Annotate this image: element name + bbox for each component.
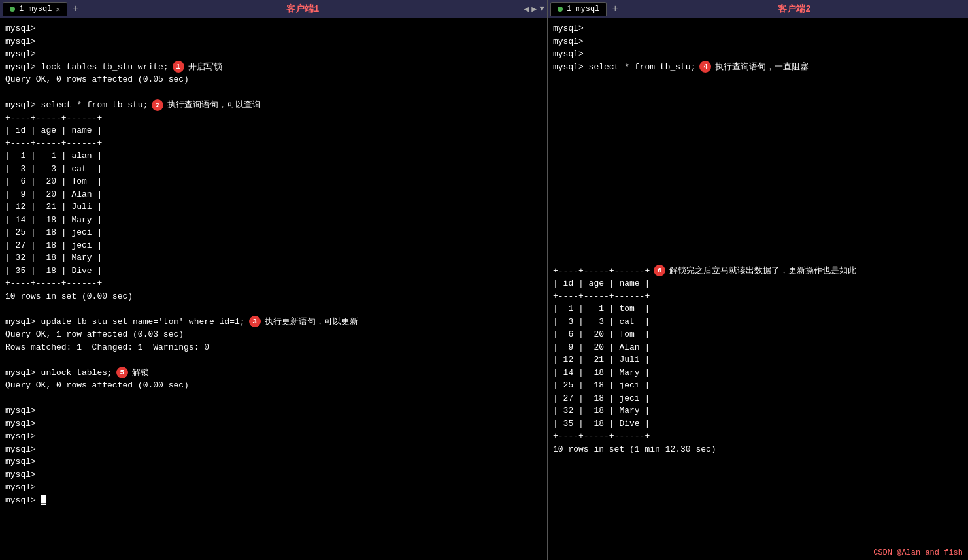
terminal-line: mysql> bbox=[5, 48, 542, 61]
panel-right: 1 mysql + 客户端2 mysql>mysql>mysql>mysql> … bbox=[548, 0, 968, 560]
command-text: mysql> lock tables tb_stu write; bbox=[5, 61, 169, 74]
terminal-line: +----+-----+------+6解锁完之后立马就读出数据了，更新操作也是… bbox=[553, 265, 963, 278]
panel-left: 1 mysql ✕ + 客户端1 ◀ ▶ ▼ mysql>mysql>mysql… bbox=[0, 0, 548, 560]
step-note: 执行查询语句，可以查询 bbox=[167, 99, 261, 112]
left-nav-menu[interactable]: ▼ bbox=[539, 4, 544, 14]
command-text: mysql> select * from tb_stu; bbox=[553, 61, 695, 74]
step-note: 解锁完之后立马就读出数据了，更新操作也是如此 bbox=[669, 265, 856, 278]
credit-text: CSDN @Alan and fish bbox=[873, 548, 963, 557]
left-panel-title: 客户端1 bbox=[84, 3, 522, 15]
terminal-line bbox=[553, 86, 963, 99]
step-note: 执行更新语句，可以更新 bbox=[265, 316, 358, 329]
left-tab-label: 1 mysql bbox=[19, 5, 52, 14]
terminal-line: mysql> bbox=[5, 404, 542, 418]
terminal-line: +----+-----+------+ bbox=[5, 112, 542, 125]
terminal-line bbox=[553, 239, 963, 252]
terminal-line: | 32 | 18 | Mary | bbox=[553, 404, 963, 418]
right-tab-dot-icon bbox=[558, 7, 563, 12]
table-border: +----+-----+------+ bbox=[553, 265, 650, 278]
terminal-line: | 35 | 18 | Dive | bbox=[553, 418, 963, 431]
step-badge: 4 bbox=[699, 61, 711, 73]
terminal-line bbox=[5, 86, 542, 99]
terminal-line: +----+-----+------+ bbox=[553, 290, 963, 303]
left-nav-prev[interactable]: ◀ bbox=[524, 4, 529, 14]
terminal-line bbox=[553, 124, 963, 137]
terminal-line bbox=[553, 73, 963, 86]
step-badge: 3 bbox=[249, 316, 261, 327]
terminal-line: | 25 | 18 | jeci | bbox=[5, 226, 542, 239]
terminal-line: | 1 | 1 | alan | bbox=[5, 150, 542, 163]
terminal-line: mysql> bbox=[5, 443, 542, 456]
tab-dot-icon bbox=[10, 7, 15, 12]
terminal-line: 10 rows in set (0.00 sec) bbox=[5, 290, 542, 303]
right-panel-title: 客户端2 bbox=[624, 3, 965, 15]
right-tab-add[interactable]: + bbox=[609, 3, 621, 15]
terminal-line: | 3 | 3 | cat | bbox=[5, 163, 542, 176]
left-terminal[interactable]: mysql>mysql>mysql>mysql> lock tables tb_… bbox=[0, 18, 547, 560]
terminal-line: +----+-----+------+ bbox=[553, 430, 963, 443]
right-terminal[interactable]: mysql>mysql>mysql>mysql> select * from t… bbox=[548, 18, 968, 560]
terminal-line: | 35 | 18 | Dive | bbox=[5, 265, 542, 278]
terminal-line: mysql> _ bbox=[5, 494, 542, 507]
terminal-line: +----+-----+------+ bbox=[5, 277, 542, 290]
command-text: mysql> select * from tb_stu; bbox=[5, 99, 148, 112]
terminal-line: | 27 | 18 | jeci | bbox=[5, 239, 542, 252]
terminal-line bbox=[553, 201, 963, 214]
step-badge: 1 bbox=[173, 61, 184, 73]
right-tab[interactable]: 1 mysql bbox=[550, 2, 607, 16]
terminal-line: mysql> bbox=[553, 35, 963, 48]
terminal-line bbox=[553, 112, 963, 125]
terminal-line: | 27 | 18 | jeci | bbox=[553, 392, 963, 405]
terminal-line bbox=[553, 99, 963, 112]
terminal-line: | 1 | 1 | tom | bbox=[553, 303, 963, 316]
terminal-line: mysql> bbox=[553, 48, 963, 61]
command-text: mysql> unlock tables; bbox=[5, 367, 112, 380]
terminal-line: mysql> bbox=[5, 22, 542, 35]
right-tab-label: 1 mysql bbox=[567, 5, 599, 14]
left-nav-next[interactable]: ▶ bbox=[531, 4, 537, 14]
command-text: mysql> update tb_stu set name='tom' wher… bbox=[5, 316, 245, 329]
right-tab-bar: 1 mysql + 客户端2 bbox=[548, 0, 968, 18]
terminal-line bbox=[553, 163, 963, 176]
terminal-line bbox=[553, 214, 963, 227]
terminal-line bbox=[553, 226, 963, 239]
terminal-line: mysql> select * from tb_stu;4执行查询语句，一直阻塞 bbox=[553, 61, 963, 74]
terminal-line: mysql> bbox=[5, 481, 542, 494]
terminal-line: | 14 | 18 | Mary | bbox=[5, 214, 542, 227]
left-tab-close[interactable]: ✕ bbox=[56, 5, 60, 14]
terminal-line bbox=[5, 392, 542, 405]
terminal-line: mysql> lock tables tb_stu write;1开启写锁 bbox=[5, 61, 542, 74]
terminal-line: | 9 | 20 | Alan | bbox=[553, 341, 963, 354]
left-tab-bar: 1 mysql ✕ + 客户端1 ◀ ▶ ▼ bbox=[0, 0, 547, 18]
terminal-line bbox=[553, 137, 963, 150]
terminal-line: +----+-----+------+ bbox=[5, 137, 542, 150]
terminal-line: | id | age | name | bbox=[5, 124, 542, 137]
terminal-line: Query OK, 0 rows affected (0.05 sec) bbox=[5, 73, 542, 86]
terminal-line: mysql> bbox=[5, 430, 542, 443]
terminal-line: | 9 | 20 | Alan | bbox=[5, 188, 542, 201]
step-badge: 5 bbox=[116, 367, 128, 378]
terminal-line: mysql> select * from tb_stu;2执行查询语句，可以查询 bbox=[5, 99, 542, 112]
terminal-line: Rows matched: 1 Changed: 1 Warnings: 0 bbox=[5, 341, 542, 354]
step-badge: 6 bbox=[654, 265, 665, 276]
terminal-line bbox=[553, 150, 963, 163]
step-note: 开启写锁 bbox=[188, 61, 222, 74]
terminal-line: | 3 | 3 | cat | bbox=[553, 316, 963, 329]
terminal-line bbox=[5, 354, 542, 367]
terminal-line bbox=[553, 188, 963, 201]
step-note: 解锁 bbox=[132, 367, 149, 380]
terminal-line: | 32 | 18 | Mary | bbox=[5, 252, 542, 265]
step-note: 执行查询语句，一直阻塞 bbox=[715, 61, 809, 74]
terminal-line: mysql> bbox=[5, 469, 542, 482]
terminal-line: mysql> unlock tables;5解锁 bbox=[5, 367, 542, 380]
terminal-line bbox=[553, 252, 963, 265]
terminal-line: | 14 | 18 | Mary | bbox=[553, 367, 963, 380]
terminal-line: mysql> bbox=[5, 35, 542, 48]
terminal-line: | id | age | name | bbox=[553, 277, 963, 290]
terminal-line: | 6 | 20 | Tom | bbox=[553, 328, 963, 341]
left-tab-add[interactable]: + bbox=[70, 3, 82, 15]
terminal-line: mysql> bbox=[5, 418, 542, 431]
terminal-line: mysql> bbox=[553, 22, 963, 35]
left-tab[interactable]: 1 mysql ✕ bbox=[3, 2, 67, 16]
terminal-line: | 12 | 21 | Juli | bbox=[5, 201, 542, 214]
